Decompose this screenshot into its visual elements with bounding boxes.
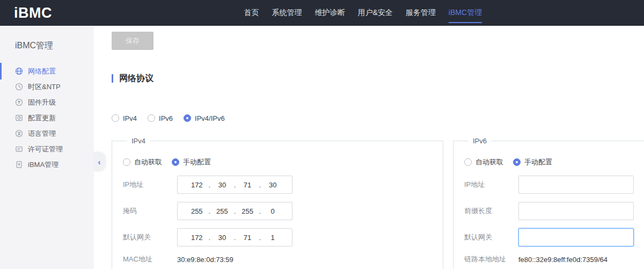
ipv6-auto-label: 自动获取 (475, 157, 503, 167)
sidebar-item-license-management[interactable]: 许可证管理 (0, 141, 94, 157)
config-update-icon (15, 114, 23, 122)
section-title: 网络协议 (119, 73, 153, 84)
network-fieldsets: IPv4 自动获取 手动配置 IP地址 172 . (112, 137, 644, 269)
ip-octet-4[interactable]: 30 (261, 181, 284, 189)
page-layout: iBMC管理 网络配置 时区&NTP 固件升级 配置更新 语言管理 (0, 26, 644, 269)
mask-octet-4[interactable]: 0 (261, 207, 284, 215)
gw-octet-4[interactable]: 1 (261, 234, 284, 242)
section-header: 网络协议 (112, 74, 644, 83)
radio-checked-icon (513, 158, 521, 166)
ibma-doc-icon (15, 161, 23, 169)
ipv6-legend: IPv6 (469, 137, 491, 145)
mask-octet-2[interactable]: 255 (210, 207, 234, 215)
sidebar-collapse-button[interactable]: ‹ (94, 152, 105, 171)
sidebar-item-label: 配置更新 (28, 113, 56, 123)
gw-octet-1[interactable]: 172 (185, 234, 209, 242)
sidebar-item-language-management[interactable]: 语言管理 (0, 126, 94, 141)
radio-ipv6[interactable]: IPv6 (148, 114, 173, 122)
radio-unchecked-icon (148, 114, 155, 122)
ipv6-manual-label: 手动配置 (524, 157, 552, 167)
sidebar-item-ibma-management[interactable]: iBMA管理 (0, 157, 94, 172)
license-icon (15, 145, 23, 153)
radio-unchecked-icon (464, 158, 472, 166)
ip-octet-1[interactable]: 172 (185, 181, 209, 189)
nav-item-ibmc-management[interactable]: iBMC管理 (449, 0, 482, 26)
sidebar-item-network-config[interactable]: 网络配置 (0, 63, 94, 79)
nav-item-service-management[interactable]: 服务管理 (406, 0, 436, 26)
radio-checked-icon (172, 158, 179, 166)
radio-ipv6-label: IPv6 (159, 114, 173, 122)
section-accent-bar (112, 74, 113, 83)
ipv4-ip-label: IP地址 (123, 180, 177, 190)
ipv6-prefix-input[interactable] (518, 202, 634, 220)
sidebar-menu: 网络配置 时区&NTP 固件升级 配置更新 语言管理 许可证管理 (0, 63, 94, 172)
globe-icon (15, 67, 23, 75)
sidebar-item-label: 语言管理 (28, 129, 56, 139)
ipv4-auto-label: 自动获取 (134, 157, 162, 167)
ipv4-mac-row: MAC地址 30:e9:8e:0d:73:59 (123, 254, 443, 265)
ipv4-gateway-label: 默认网关 (123, 232, 177, 242)
ipv6-prefix-label: 前缀长度 (464, 206, 518, 216)
gw-octet-2[interactable]: 30 (210, 234, 234, 242)
ipv6-gateway-input[interactable] (518, 228, 634, 246)
nav-item-system-management[interactable]: 系统管理 (272, 0, 302, 26)
radio-ipv4-label: IPv4 (123, 114, 137, 122)
ipv4-mask-input[interactable]: 255 . 255 . 255 . 0 (177, 202, 292, 220)
ip-octet-2[interactable]: 30 (210, 181, 234, 189)
ipv4-ip-row: IP地址 172 . 30 . 71 . 30 (123, 176, 443, 194)
sidebar-item-label: iBMA管理 (28, 160, 58, 170)
ipv6-fieldset: IPv6 自动获取 手动配置 IP地址 前缀长度 (453, 137, 644, 269)
radio-ipv4[interactable]: IPv4 (112, 114, 137, 122)
ipv6-ip-label: IP地址 (464, 180, 518, 190)
nav-item-user-security[interactable]: 用户&安全 (357, 0, 392, 26)
mask-octet-3[interactable]: 255 (236, 207, 259, 215)
radio-checked-icon (184, 114, 191, 122)
ipv6-gateway-row: 默认网关 (464, 228, 644, 246)
ipv6-prefix-row: 前缀长度 (464, 202, 644, 220)
gw-octet-3[interactable]: 71 (236, 234, 259, 242)
sidebar-title: iBMC管理 (0, 26, 94, 52)
ipv4-mask-row: 掩码 255 . 255 . 255 . 0 (123, 202, 443, 220)
sidebar-item-label: 网络配置 (28, 67, 56, 76)
sidebar-item-label: 许可证管理 (28, 144, 63, 154)
ipv6-gateway-label: 默认网关 (464, 232, 518, 242)
ipv4-mask-label: 掩码 (123, 206, 177, 216)
top-nav: 首页 系统管理 维护诊断 用户&安全 服务管理 iBMC管理 (244, 0, 644, 26)
chevron-left-icon: ‹ (98, 158, 101, 166)
protocol-radio-group: IPv4 IPv6 IPv4/IPv6 (112, 114, 644, 122)
ipv4-mac-value: 30:e9:8e:0d:73:59 (177, 256, 233, 264)
sidebar-item-timezone-ntp[interactable]: 时区&NTP (0, 79, 94, 94)
ipv6-ip-row: IP地址 (464, 176, 644, 194)
ipv6-ip-input[interactable] (518, 176, 634, 194)
ipv4-fieldset: IPv4 自动获取 手动配置 IP地址 172 . (112, 137, 443, 269)
ipv6-link-local-value: fe80::32e9:8eff:fe0d:7359/64 (518, 256, 608, 264)
upgrade-circle-icon (15, 98, 23, 106)
sidebar-item-label: 固件升级 (28, 98, 56, 107)
ipv6-radio-manual[interactable]: 手动配置 (513, 157, 552, 167)
ipv4-mac-label: MAC地址 (123, 255, 177, 264)
ipv4-mode-radio-group: 自动获取 手动配置 (123, 158, 443, 166)
ipv6-link-local-row: 链路本地地址 fe80::32e9:8eff:fe0d:7359/64 (464, 254, 644, 265)
mask-octet-1[interactable]: 255 (185, 207, 209, 215)
ipv4-radio-manual[interactable]: 手动配置 (172, 157, 211, 167)
nav-item-home[interactable]: 首页 (244, 0, 259, 26)
ipv4-gateway-row: 默认网关 172 . 30 . 71 . 1 (123, 228, 443, 246)
ipv4-radio-auto[interactable]: 自动获取 (123, 157, 162, 167)
ipv4-gateway-input[interactable]: 172 . 30 . 71 . 1 (177, 228, 292, 246)
radio-unchecked-icon (112, 114, 119, 122)
radio-ipv4-ipv6[interactable]: IPv4/IPv6 (184, 114, 225, 122)
main-content: 保存 网络协议 IPv4 IPv6 IPv4/IPv6 IPv4 (94, 26, 644, 269)
ipv6-link-local-label: 链路本地地址 (464, 255, 518, 264)
nav-item-maintenance-diagnosis[interactable]: 维护诊断 (314, 0, 345, 26)
ipv4-legend: IPv4 (127, 137, 150, 145)
ip-octet-3[interactable]: 71 (236, 181, 259, 189)
sidebar-item-config-update[interactable]: 配置更新 (0, 110, 94, 126)
app-logo: iBMC (14, 5, 52, 21)
ipv6-radio-auto[interactable]: 自动获取 (464, 157, 503, 167)
sidebar: iBMC管理 网络配置 时区&NTP 固件升级 配置更新 语言管理 (0, 26, 94, 269)
ipv4-ip-input[interactable]: 172 . 30 . 71 . 30 (177, 176, 292, 194)
radio-unchecked-icon (123, 158, 130, 166)
ipv4-manual-label: 手动配置 (183, 157, 211, 167)
save-button[interactable]: 保存 (112, 32, 153, 50)
sidebar-item-firmware-upgrade[interactable]: 固件升级 (0, 94, 94, 110)
